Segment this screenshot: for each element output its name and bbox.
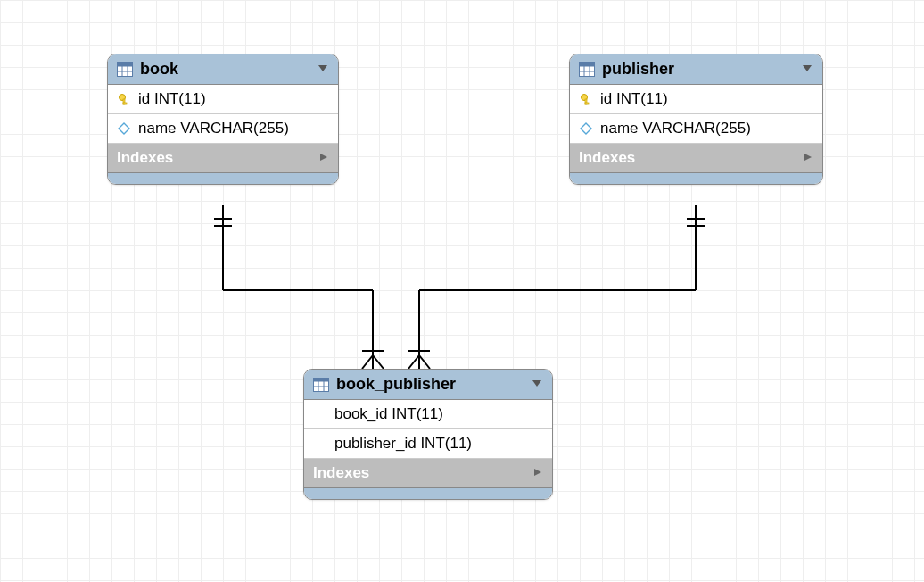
indexes-label: Indexes [117, 149, 318, 167]
column-text: id INT(11) [600, 90, 668, 108]
entity-publisher[interactable]: publisher id INT(11) name VARCHAR(255) I… [569, 54, 823, 185]
expand-arrow-icon [318, 149, 329, 167]
svg-marker-44 [534, 469, 541, 476]
column-text: id INT(11) [138, 90, 206, 108]
column-row[interactable]: publisher_id INT(11) [304, 429, 552, 459]
entity-header-publisher[interactable]: publisher [570, 54, 822, 85]
entity-header-book[interactable]: book [108, 54, 338, 85]
column-row[interactable]: name VARCHAR(255) [108, 114, 338, 144]
column-text: book_id INT(11) [334, 405, 443, 423]
column-text: name VARCHAR(255) [600, 120, 751, 137]
entity-footer [570, 173, 822, 184]
collapse-arrow-icon[interactable] [531, 377, 543, 393]
svg-rect-39 [314, 378, 329, 381]
svg-marker-43 [532, 380, 541, 387]
entity-book-publisher[interactable]: book_publisher book_id INT(11) publisher… [303, 369, 553, 500]
svg-rect-24 [123, 103, 127, 104]
entity-title: publisher [602, 60, 796, 79]
svg-marker-21 [318, 65, 327, 71]
expand-arrow-icon [532, 464, 543, 482]
entity-title: book_publisher [336, 375, 525, 394]
entity-title: book [140, 60, 311, 79]
svg-marker-32 [803, 65, 812, 71]
table-icon [313, 378, 329, 392]
column-text: publisher_id INT(11) [334, 435, 472, 453]
indexes-label: Indexes [313, 464, 532, 482]
indexes-toggle[interactable]: Indexes [108, 144, 338, 173]
column-diamond-icon [117, 121, 131, 136]
column-row[interactable]: name VARCHAR(255) [570, 114, 822, 144]
svg-rect-35 [585, 103, 589, 104]
collapse-arrow-icon[interactable] [317, 62, 329, 78]
svg-marker-26 [320, 154, 327, 161]
entity-header-book-publisher[interactable]: book_publisher [304, 370, 552, 400]
entity-footer [304, 488, 552, 499]
expand-arrow-icon [803, 149, 813, 167]
column-blank-icon [313, 407, 327, 421]
svg-marker-25 [119, 123, 129, 134]
table-icon [117, 62, 133, 77]
column-diamond-icon [579, 121, 593, 136]
indexes-toggle[interactable]: Indexes [304, 459, 552, 488]
table-icon [579, 62, 595, 77]
svg-marker-36 [581, 123, 591, 134]
column-text: name VARCHAR(255) [138, 120, 289, 137]
column-row[interactable]: id INT(11) [108, 85, 338, 114]
column-row[interactable]: id INT(11) [570, 85, 822, 114]
primary-key-icon [117, 92, 131, 106]
indexes-label: Indexes [579, 149, 803, 167]
entity-footer [108, 173, 338, 184]
svg-marker-37 [804, 154, 812, 161]
collapse-arrow-icon[interactable] [801, 62, 813, 78]
diagram-canvas: book id INT(11) name VARCHAR(255) Indexe… [0, 0, 924, 582]
indexes-toggle[interactable]: Indexes [570, 144, 822, 173]
svg-rect-17 [118, 62, 133, 66]
svg-rect-28 [580, 62, 595, 66]
column-row[interactable]: book_id INT(11) [304, 400, 552, 429]
entity-book[interactable]: book id INT(11) name VARCHAR(255) Indexe… [107, 54, 339, 185]
primary-key-icon [579, 92, 593, 106]
column-blank-icon [313, 436, 327, 451]
